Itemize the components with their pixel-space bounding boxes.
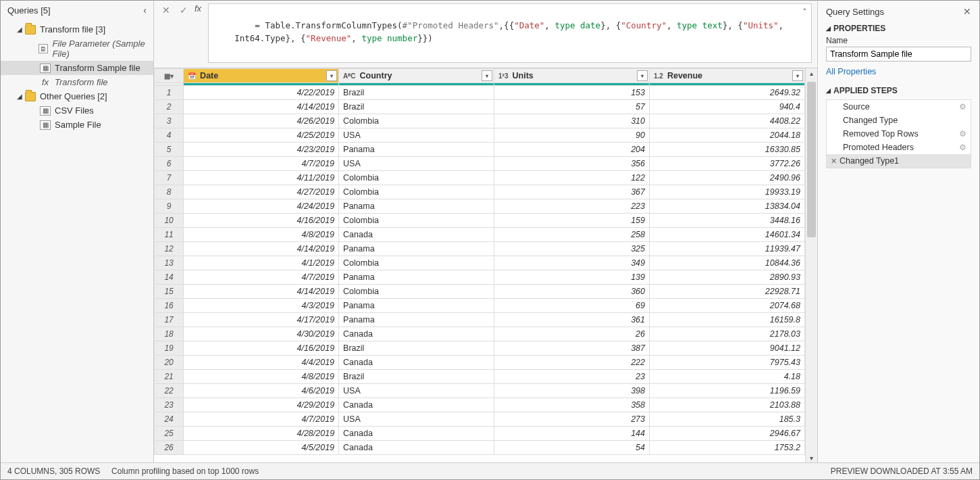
cell-date[interactable]: 4/1/2019 xyxy=(184,256,339,270)
cell-units[interactable]: 223 xyxy=(494,199,650,214)
applied-step[interactable]: Changed Type xyxy=(827,114,971,127)
table-row[interactable]: 34/26/2019Colombia3104408.22 xyxy=(155,114,805,128)
cell-units[interactable]: 360 xyxy=(494,285,650,299)
cell-revenue[interactable]: 10844.36 xyxy=(650,256,805,270)
cell-revenue[interactable]: 16159.8 xyxy=(650,313,805,327)
row-number[interactable]: 4 xyxy=(155,128,184,143)
row-number[interactable]: 14 xyxy=(155,270,184,285)
cell-date[interactable]: 4/23/2019 xyxy=(184,143,339,157)
type-icon[interactable]: 1²3 xyxy=(497,72,509,80)
cell-country[interactable]: USA xyxy=(339,412,494,427)
cell-revenue[interactable]: 2178.03 xyxy=(650,327,805,341)
query-group[interactable]: ◢Transform file [3] xyxy=(1,22,153,37)
row-number[interactable]: 26 xyxy=(155,441,184,455)
cell-revenue[interactable]: 22928.71 xyxy=(650,285,805,299)
cell-units[interactable]: 273 xyxy=(494,412,650,427)
cell-units[interactable]: 349 xyxy=(494,256,650,270)
table-row[interactable]: 94/24/2019Panama22313834.04 xyxy=(155,199,805,214)
cell-revenue[interactable]: 2490.96 xyxy=(650,171,805,185)
cancel-formula-icon[interactable]: ✕ xyxy=(159,3,173,17)
cell-revenue[interactable]: 2890.93 xyxy=(650,270,805,285)
formula-collapse-icon[interactable]: ˆ xyxy=(802,7,807,19)
row-number[interactable]: 24 xyxy=(155,412,184,427)
table-row[interactable]: 184/30/2019Canada262178.03 xyxy=(155,327,805,341)
cell-date[interactable]: 4/7/2019 xyxy=(184,157,339,171)
column-header-country[interactable]: AᴮCCountry▾ xyxy=(339,69,494,83)
cell-country[interactable]: Colombia xyxy=(339,256,494,270)
column-header-units[interactable]: 1²3Units▾ xyxy=(494,69,650,83)
cell-revenue[interactable]: 2946.67 xyxy=(650,427,805,441)
row-number[interactable]: 5 xyxy=(155,143,184,157)
cell-revenue[interactable]: 2103.88 xyxy=(650,398,805,412)
cell-units[interactable]: 356 xyxy=(494,157,650,171)
cell-date[interactable]: 4/11/2019 xyxy=(184,171,339,185)
cell-revenue[interactable]: 14601.34 xyxy=(650,228,805,242)
column-filter-dropdown[interactable]: ▾ xyxy=(326,70,337,81)
row-number[interactable]: 22 xyxy=(155,384,184,398)
cell-revenue[interactable]: 16330.85 xyxy=(650,143,805,157)
table-row[interactable]: 224/6/2019USA3981196.59 xyxy=(155,384,805,398)
table-row[interactable]: 154/14/2019Colombia36022928.71 xyxy=(155,285,805,299)
row-number[interactable]: 3 xyxy=(155,114,184,128)
query-item[interactable]: 🗎File Parameter (Sample File) xyxy=(1,37,153,61)
cell-date[interactable]: 4/6/2019 xyxy=(184,384,339,398)
row-number[interactable]: 25 xyxy=(155,427,184,441)
table-row[interactable]: 14/22/2019Brazil1532649.32 xyxy=(155,86,805,100)
cell-country[interactable]: Canada xyxy=(339,356,494,370)
cell-units[interactable]: 387 xyxy=(494,341,650,356)
cell-date[interactable]: 4/17/2019 xyxy=(184,313,339,327)
query-item[interactable]: ▦Transform Sample file xyxy=(1,61,153,75)
cell-country[interactable]: Panama xyxy=(339,313,494,327)
row-number[interactable]: 15 xyxy=(155,285,184,299)
cell-date[interactable]: 4/22/2019 xyxy=(184,86,339,100)
cell-country[interactable]: USA xyxy=(339,157,494,171)
table-row[interactable]: 114/8/2019Canada25814601.34 xyxy=(155,228,805,242)
cell-units[interactable]: 398 xyxy=(494,384,650,398)
cell-revenue[interactable]: 185.3 xyxy=(650,412,805,427)
cell-date[interactable]: 4/8/2019 xyxy=(184,228,339,242)
row-number[interactable]: 19 xyxy=(155,341,184,356)
table-row[interactable]: 44/25/2019USA902044.18 xyxy=(155,128,805,143)
cell-date[interactable]: 4/7/2019 xyxy=(184,270,339,285)
row-number[interactable]: 2 xyxy=(155,100,184,114)
cell-date[interactable]: 4/27/2019 xyxy=(184,185,339,199)
gear-icon[interactable]: ⚙ xyxy=(959,102,966,112)
table-row[interactable]: 24/14/2019Brazil57940.4 xyxy=(155,100,805,114)
cell-units[interactable]: 144 xyxy=(494,427,650,441)
cell-country[interactable]: Canada xyxy=(339,427,494,441)
cell-country[interactable]: Brazil xyxy=(339,100,494,114)
cell-units[interactable]: 122 xyxy=(494,171,650,185)
table-row[interactable]: 74/11/2019Colombia1222490.96 xyxy=(155,171,805,185)
cell-date[interactable]: 4/8/2019 xyxy=(184,370,339,384)
cell-date[interactable]: 4/24/2019 xyxy=(184,199,339,214)
select-all-corner[interactable]: ▦▾ xyxy=(155,69,184,83)
cell-revenue[interactable]: 19933.19 xyxy=(650,185,805,199)
cell-units[interactable]: 367 xyxy=(494,185,650,199)
table-row[interactable]: 124/14/2019Panama32511939.47 xyxy=(155,242,805,256)
row-number[interactable]: 21 xyxy=(155,370,184,384)
row-number[interactable]: 12 xyxy=(155,242,184,256)
row-number[interactable]: 20 xyxy=(155,356,184,370)
row-number[interactable]: 6 xyxy=(155,157,184,171)
type-icon[interactable]: 📅 xyxy=(186,72,197,80)
commit-formula-icon[interactable]: ✓ xyxy=(177,3,190,17)
cell-units[interactable]: 159 xyxy=(494,214,650,228)
formula-input[interactable]: = Table.TransformColumnTypes(#"Promoted … xyxy=(208,3,812,63)
cell-units[interactable]: 310 xyxy=(494,114,650,128)
cell-units[interactable]: 361 xyxy=(494,313,650,327)
table-row[interactable]: 164/3/2019Panama692074.68 xyxy=(155,299,805,313)
cell-units[interactable]: 325 xyxy=(494,242,650,256)
cell-date[interactable]: 4/16/2019 xyxy=(184,214,339,228)
column-filter-dropdown[interactable]: ▾ xyxy=(637,70,648,81)
row-number[interactable]: 23 xyxy=(155,398,184,412)
cell-units[interactable]: 90 xyxy=(494,128,650,143)
table-row[interactable]: 254/28/2019Canada1442946.67 xyxy=(155,427,805,441)
row-number[interactable]: 18 xyxy=(155,327,184,341)
query-item[interactable]: fxTransform file xyxy=(1,75,153,89)
cell-units[interactable]: 222 xyxy=(494,356,650,370)
cell-units[interactable]: 26 xyxy=(494,327,650,341)
row-number[interactable]: 11 xyxy=(155,228,184,242)
properties-section[interactable]: ◢PROPERTIES xyxy=(826,24,971,33)
table-row[interactable]: 144/7/2019Panama1392890.93 xyxy=(155,270,805,285)
cell-revenue[interactable]: 2074.68 xyxy=(650,299,805,313)
